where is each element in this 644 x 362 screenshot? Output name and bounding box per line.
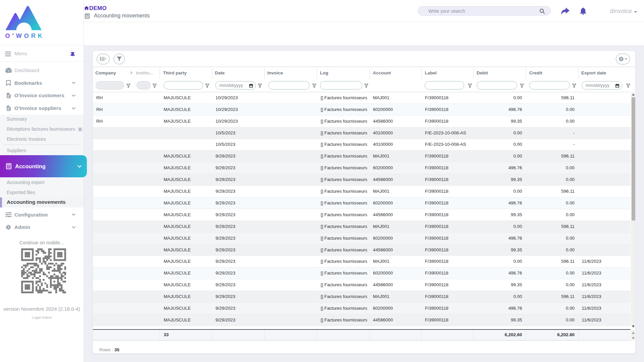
svg-text:O'WORK: O'WORK: [5, 33, 45, 39]
